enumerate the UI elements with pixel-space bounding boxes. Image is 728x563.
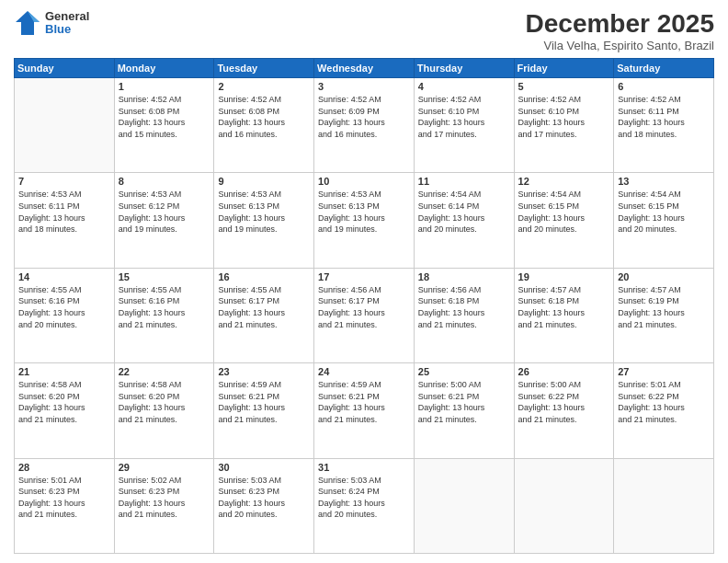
day-number: 24 bbox=[318, 366, 410, 377]
day-info: Sunrise: 5:00 AMSunset: 6:21 PMDaylight:… bbox=[418, 379, 510, 425]
table-row: 12Sunrise: 4:54 AMSunset: 6:15 PMDayligh… bbox=[514, 173, 614, 268]
day-info: Sunrise: 4:52 AMSunset: 6:10 PMDaylight:… bbox=[518, 94, 610, 140]
calendar-row-1: 1Sunrise: 4:52 AMSunset: 6:08 PMDaylight… bbox=[15, 78, 714, 173]
day-number: 3 bbox=[318, 81, 410, 92]
day-info: Sunrise: 4:57 AMSunset: 6:19 PMDaylight:… bbox=[618, 284, 710, 330]
table-row: 28Sunrise: 5:01 AMSunset: 6:23 PMDayligh… bbox=[15, 458, 115, 553]
day-info: Sunrise: 4:52 AMSunset: 6:10 PMDaylight:… bbox=[418, 94, 510, 140]
table-row: 22Sunrise: 4:58 AMSunset: 6:20 PMDayligh… bbox=[114, 363, 214, 458]
calendar-row-5: 28Sunrise: 5:01 AMSunset: 6:23 PMDayligh… bbox=[15, 458, 714, 553]
table-row: 30Sunrise: 5:03 AMSunset: 6:23 PMDayligh… bbox=[214, 458, 314, 553]
day-info: Sunrise: 4:52 AMSunset: 6:11 PMDaylight:… bbox=[618, 94, 710, 140]
day-number: 8 bbox=[119, 176, 210, 187]
table-row: 9Sunrise: 4:53 AMSunset: 6:13 PMDaylight… bbox=[214, 173, 314, 268]
day-info: Sunrise: 4:53 AMSunset: 6:12 PMDaylight:… bbox=[119, 189, 210, 235]
table-row: 23Sunrise: 4:59 AMSunset: 6:21 PMDayligh… bbox=[214, 363, 314, 458]
day-info: Sunrise: 4:53 AMSunset: 6:13 PMDaylight:… bbox=[318, 189, 410, 235]
day-number: 20 bbox=[618, 271, 710, 282]
logo: General Blue bbox=[14, 9, 89, 37]
day-info: Sunrise: 5:03 AMSunset: 6:24 PMDaylight:… bbox=[318, 475, 410, 521]
table-row: 1Sunrise: 4:52 AMSunset: 6:08 PMDaylight… bbox=[114, 78, 214, 173]
table-row: 8Sunrise: 4:53 AMSunset: 6:12 PMDaylight… bbox=[114, 173, 214, 268]
col-saturday: Saturday bbox=[614, 59, 714, 78]
day-info: Sunrise: 4:52 AMSunset: 6:09 PMDaylight:… bbox=[318, 94, 410, 140]
calendar-header-row: Sunday Monday Tuesday Wednesday Thursday… bbox=[15, 59, 714, 78]
day-info: Sunrise: 5:01 AMSunset: 6:22 PMDaylight:… bbox=[618, 379, 710, 425]
col-wednesday: Wednesday bbox=[314, 59, 415, 78]
col-friday: Friday bbox=[514, 59, 614, 78]
day-number: 5 bbox=[518, 81, 610, 92]
table-row: 13Sunrise: 4:54 AMSunset: 6:15 PMDayligh… bbox=[614, 173, 714, 268]
day-info: Sunrise: 4:53 AMSunset: 6:11 PMDaylight:… bbox=[18, 189, 110, 235]
table-row: 3Sunrise: 4:52 AMSunset: 6:09 PMDaylight… bbox=[314, 78, 415, 173]
day-info: Sunrise: 4:59 AMSunset: 6:21 PMDaylight:… bbox=[318, 379, 410, 425]
day-info: Sunrise: 5:02 AMSunset: 6:23 PMDaylight:… bbox=[119, 475, 210, 521]
table-row: 25Sunrise: 5:00 AMSunset: 6:21 PMDayligh… bbox=[414, 363, 514, 458]
day-info: Sunrise: 4:57 AMSunset: 6:18 PMDaylight:… bbox=[518, 284, 610, 330]
table-row: 18Sunrise: 4:56 AMSunset: 6:18 PMDayligh… bbox=[414, 268, 514, 362]
logo-text: General Blue bbox=[45, 10, 89, 37]
title-section: December 2025 Vila Velha, Espirito Santo… bbox=[526, 9, 714, 52]
month-title: December 2025 bbox=[526, 9, 714, 39]
day-number: 11 bbox=[418, 176, 510, 187]
table-row: 17Sunrise: 4:56 AMSunset: 6:17 PMDayligh… bbox=[314, 268, 415, 362]
calendar-table: Sunday Monday Tuesday Wednesday Thursday… bbox=[14, 58, 714, 554]
day-number: 10 bbox=[318, 176, 410, 187]
day-number: 18 bbox=[418, 271, 510, 282]
day-number: 27 bbox=[618, 366, 710, 377]
day-number: 30 bbox=[218, 462, 310, 473]
day-number: 21 bbox=[18, 366, 110, 377]
day-number: 9 bbox=[218, 176, 310, 187]
table-row: 26Sunrise: 5:00 AMSunset: 6:22 PMDayligh… bbox=[514, 363, 614, 458]
day-info: Sunrise: 4:56 AMSunset: 6:18 PMDaylight:… bbox=[418, 284, 510, 330]
day-info: Sunrise: 4:52 AMSunset: 6:08 PMDaylight:… bbox=[218, 94, 310, 140]
day-number: 16 bbox=[218, 271, 310, 282]
day-number: 6 bbox=[618, 81, 710, 92]
day-info: Sunrise: 5:03 AMSunset: 6:23 PMDaylight:… bbox=[218, 475, 310, 521]
day-info: Sunrise: 4:55 AMSunset: 6:17 PMDaylight:… bbox=[218, 284, 310, 330]
day-number: 13 bbox=[618, 176, 710, 187]
day-number: 17 bbox=[318, 271, 410, 282]
table-row: 27Sunrise: 5:01 AMSunset: 6:22 PMDayligh… bbox=[614, 363, 714, 458]
table-row: 16Sunrise: 4:55 AMSunset: 6:17 PMDayligh… bbox=[214, 268, 314, 362]
day-number: 4 bbox=[418, 81, 510, 92]
col-tuesday: Tuesday bbox=[214, 59, 314, 78]
calendar-page: General Blue December 2025 Vila Velha, E… bbox=[0, 0, 728, 563]
day-number: 12 bbox=[518, 176, 610, 187]
table-row: 19Sunrise: 4:57 AMSunset: 6:18 PMDayligh… bbox=[514, 268, 614, 362]
table-row: 10Sunrise: 4:53 AMSunset: 6:13 PMDayligh… bbox=[314, 173, 415, 268]
table-row bbox=[514, 458, 614, 553]
table-row: 24Sunrise: 4:59 AMSunset: 6:21 PMDayligh… bbox=[314, 363, 415, 458]
day-info: Sunrise: 4:52 AMSunset: 6:08 PMDaylight:… bbox=[119, 94, 210, 140]
day-number: 28 bbox=[18, 462, 110, 473]
svg-marker-0 bbox=[16, 11, 40, 35]
table-row: 11Sunrise: 4:54 AMSunset: 6:14 PMDayligh… bbox=[414, 173, 514, 268]
day-info: Sunrise: 4:54 AMSunset: 6:15 PMDaylight:… bbox=[618, 189, 710, 235]
col-sunday: Sunday bbox=[15, 59, 115, 78]
location: Vila Velha, Espirito Santo, Brazil bbox=[526, 39, 714, 52]
day-number: 23 bbox=[218, 366, 310, 377]
day-info: Sunrise: 4:56 AMSunset: 6:17 PMDaylight:… bbox=[318, 284, 410, 330]
day-number: 7 bbox=[18, 176, 110, 187]
day-number: 22 bbox=[119, 366, 210, 377]
table-row: 6Sunrise: 4:52 AMSunset: 6:11 PMDaylight… bbox=[614, 78, 714, 173]
day-number: 26 bbox=[518, 366, 610, 377]
table-row: 31Sunrise: 5:03 AMSunset: 6:24 PMDayligh… bbox=[314, 458, 415, 553]
table-row bbox=[15, 78, 115, 173]
header: General Blue December 2025 Vila Velha, E… bbox=[14, 9, 714, 52]
day-info: Sunrise: 5:01 AMSunset: 6:23 PMDaylight:… bbox=[18, 475, 110, 521]
calendar-row-2: 7Sunrise: 4:53 AMSunset: 6:11 PMDaylight… bbox=[15, 173, 714, 268]
col-thursday: Thursday bbox=[414, 59, 514, 78]
day-info: Sunrise: 5:00 AMSunset: 6:22 PMDaylight:… bbox=[518, 379, 610, 425]
day-info: Sunrise: 4:58 AMSunset: 6:20 PMDaylight:… bbox=[119, 379, 210, 425]
day-info: Sunrise: 4:55 AMSunset: 6:16 PMDaylight:… bbox=[119, 284, 210, 330]
day-info: Sunrise: 4:58 AMSunset: 6:20 PMDaylight:… bbox=[18, 379, 110, 425]
day-number: 31 bbox=[318, 462, 410, 473]
table-row: 5Sunrise: 4:52 AMSunset: 6:10 PMDaylight… bbox=[514, 78, 614, 173]
day-info: Sunrise: 4:59 AMSunset: 6:21 PMDaylight:… bbox=[218, 379, 310, 425]
table-row bbox=[614, 458, 714, 553]
table-row: 21Sunrise: 4:58 AMSunset: 6:20 PMDayligh… bbox=[15, 363, 115, 458]
table-row: 4Sunrise: 4:52 AMSunset: 6:10 PMDaylight… bbox=[414, 78, 514, 173]
table-row: 15Sunrise: 4:55 AMSunset: 6:16 PMDayligh… bbox=[114, 268, 214, 362]
day-info: Sunrise: 4:54 AMSunset: 6:15 PMDaylight:… bbox=[518, 189, 610, 235]
